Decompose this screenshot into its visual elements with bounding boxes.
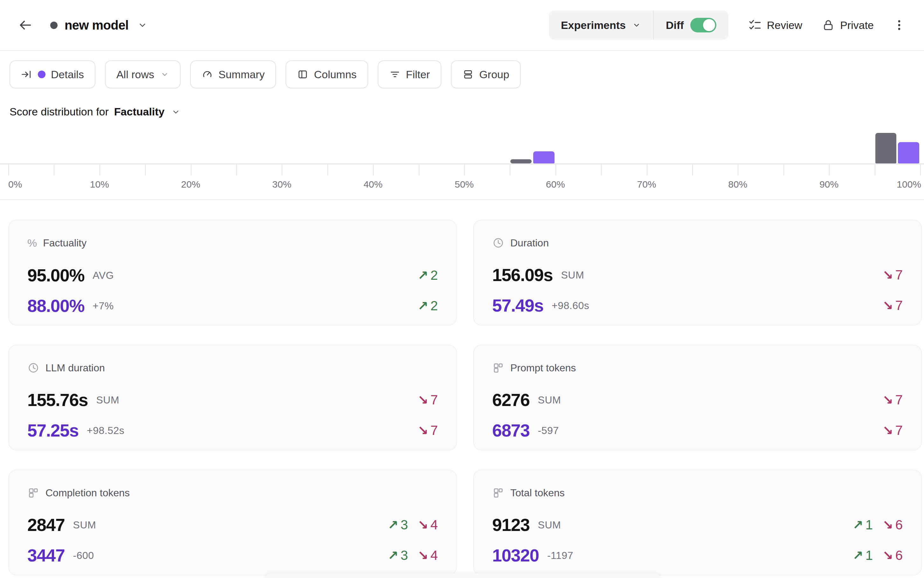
metric-card-prompt-tokens: Prompt tokens 6276 SUM ↘7 6873 -597 ↘7 — [473, 345, 922, 450]
metric-card-factuality: % Factuality 95.00% AVG ↗2 88.00% +7% ↗2 — [8, 220, 457, 326]
columns-button[interactable]: Columns — [286, 60, 368, 88]
improvements-count: 2 — [430, 268, 438, 283]
metric-aggregate-label: SUM — [538, 519, 561, 531]
histogram-bar-comparison[interactable] — [510, 159, 532, 163]
metric-value-current: 6873 — [492, 420, 530, 441]
review-label: Review — [767, 19, 802, 31]
metric-row-current: 88.00% +7% ↗2 — [28, 295, 438, 316]
regressions-badge[interactable]: ↘7 — [417, 392, 438, 408]
axis-tick — [555, 164, 556, 175]
chevron-down-icon — [160, 70, 169, 79]
improvements-badge[interactable]: ↗2 — [417, 298, 438, 313]
axis-tick-label: 0% — [8, 179, 22, 190]
down-arrow-icon: ↘ — [882, 548, 893, 563]
bottom-sheet-hint — [264, 573, 661, 578]
regressions-badge[interactable]: ↘4 — [417, 517, 438, 533]
clock-icon — [492, 237, 504, 249]
regressions-count: 4 — [430, 548, 438, 563]
back-button[interactable] — [16, 16, 35, 35]
metric-row-base: 9123 SUM ↗1 ↘6 — [492, 515, 903, 535]
axis-tick — [373, 164, 373, 175]
axis-tick-label: 90% — [819, 179, 838, 190]
section-divider — [0, 199, 924, 200]
arrow-left-icon — [18, 18, 33, 33]
rows-filter-label: All rows — [116, 68, 154, 81]
regressions-count: 7 — [895, 298, 903, 313]
up-arrow-icon: ↗ — [417, 299, 428, 313]
regressions-count: 7 — [895, 267, 903, 283]
regressions-badge[interactable]: ↘6 — [882, 548, 903, 563]
toggle-knob — [703, 19, 715, 31]
filter-button[interactable]: Filter — [378, 60, 442, 88]
details-button[interactable]: Details — [10, 60, 96, 88]
axis-tick — [692, 164, 693, 175]
more-menu-button[interactable] — [890, 16, 908, 34]
metric-row-base: 156.09s SUM ↘7 — [492, 265, 903, 285]
metric-value-current: 57.49s — [492, 295, 543, 316]
metric-aggregate-label: SUM — [538, 394, 561, 406]
columns-label: Columns — [314, 68, 356, 81]
regressions-badge[interactable]: ↘7 — [417, 423, 438, 438]
clock-icon — [28, 362, 39, 374]
metric-row-base: 2847 SUM ↗3 ↘4 — [28, 515, 438, 535]
metric-row-current: 3447 -600 ↗3 ↘4 — [28, 545, 438, 566]
regressions-badge[interactable]: ↘7 — [882, 423, 903, 438]
improvements-badge[interactable]: ↗3 — [388, 517, 408, 533]
review-button[interactable]: Review — [748, 18, 802, 32]
metric-card-completion-tokens: Completion tokens 2847 SUM ↗3 ↘4 3447 -6… — [8, 469, 457, 575]
up-arrow-icon: ↗ — [388, 518, 398, 532]
metric-card-llm-duration: LLM duration 155.76s SUM ↘7 57.25s +98.5… — [8, 345, 457, 450]
summary-button[interactable]: Summary — [190, 60, 276, 88]
rows-filter-dropdown[interactable]: All rows — [105, 60, 180, 88]
private-button[interactable]: Private — [822, 19, 874, 31]
regressions-badge[interactable]: ↘7 — [882, 392, 903, 408]
improvements-badge[interactable]: ↗1 — [853, 548, 873, 563]
axis-tick — [783, 164, 784, 175]
metric-row-current: 6873 -597 ↘7 — [492, 420, 903, 441]
chevron-down-icon — [632, 21, 641, 29]
axis-tick — [875, 164, 875, 175]
score-color-dot — [38, 71, 45, 78]
metric-delta-label: +98.52s — [87, 425, 124, 437]
regressions-badge[interactable]: ↘7 — [882, 267, 903, 283]
regressions-badge[interactable]: ↘7 — [882, 298, 903, 313]
experiment-status-dot — [50, 22, 58, 29]
axis-tick — [328, 164, 328, 175]
improvements-badge[interactable]: ↗2 — [417, 268, 438, 283]
experiment-title-dropdown[interactable]: new model — [50, 18, 148, 32]
blocks-icon — [492, 362, 504, 374]
histogram-bar-current[interactable] — [533, 151, 555, 163]
group-rows-icon — [462, 69, 474, 80]
down-arrow-icon: ↘ — [882, 423, 893, 438]
blocks-icon — [28, 487, 39, 499]
down-arrow-icon: ↘ — [882, 518, 893, 532]
histogram-bar-comparison[interactable] — [875, 133, 896, 163]
metric-aggregate-label: SUM — [73, 519, 96, 531]
improvements-badge[interactable]: ↗1 — [853, 517, 873, 533]
metric-card-title: LLM duration — [45, 362, 105, 374]
regressions-badge[interactable]: ↘4 — [417, 548, 438, 563]
diff-toggle[interactable] — [690, 18, 716, 32]
histogram-bar-current[interactable] — [898, 142, 919, 163]
metric-aggregate-label: SUM — [96, 394, 119, 406]
metric-row-base: 155.76s SUM ↘7 — [28, 390, 438, 410]
axis-tick — [647, 164, 647, 175]
app-header: new model Experiments Diff — [0, 0, 924, 51]
page-title: new model — [65, 18, 128, 32]
metric-value-current: 10320 — [492, 545, 539, 566]
metrics-grid: % Factuality 95.00% AVG ↗2 88.00% +7% ↗2 — [8, 220, 916, 575]
list-checks-icon — [748, 18, 762, 32]
metric-row-current: 10320 -1197 ↗1 ↘6 — [492, 545, 903, 566]
metric-card-total-tokens: Total tokens 9123 SUM ↗1 ↘6 10320 -1197 … — [473, 469, 922, 575]
improvements-badge[interactable]: ↗3 — [388, 548, 408, 563]
axis-tick — [191, 164, 192, 175]
score-distribution-dropdown[interactable]: Score distribution for Factuality — [10, 106, 924, 118]
metric-delta-label: -1197 — [547, 550, 573, 562]
group-button[interactable]: Group — [451, 60, 521, 88]
experiments-dropdown[interactable]: Experiments — [549, 10, 653, 40]
metric-row-base: 6276 SUM ↘7 — [492, 390, 903, 410]
regressions-badge[interactable]: ↘6 — [882, 517, 903, 533]
metric-value-current: 3447 — [28, 545, 65, 566]
regressions-count: 7 — [895, 392, 903, 408]
metric-row-current: 57.25s +98.52s ↘7 — [28, 420, 438, 441]
